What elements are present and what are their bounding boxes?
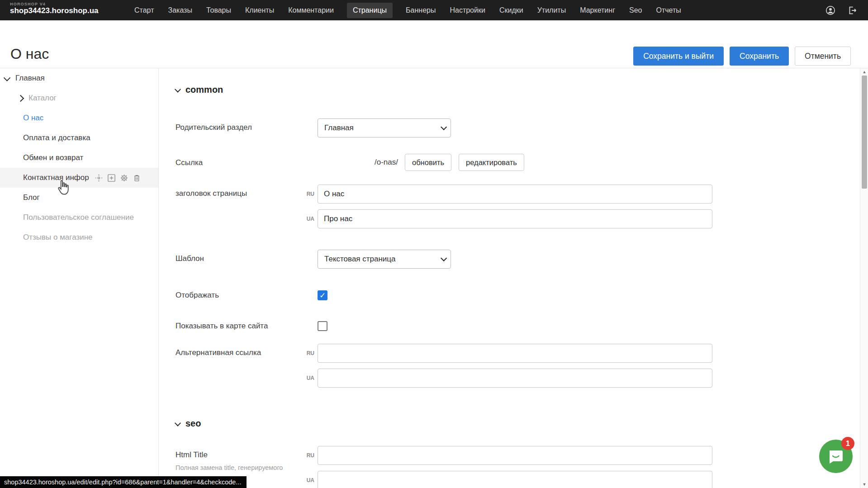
chevron-down-icon <box>4 74 11 81</box>
vertical-scrollbar[interactable]: ▲ ▼ <box>860 68 868 488</box>
section-seo[interactable]: seo <box>175 418 860 429</box>
spacer <box>175 269 860 290</box>
save-button[interactable]: Сохранить <box>730 47 789 66</box>
logout-icon[interactable] <box>847 5 857 15</box>
tree-item-actions <box>95 174 141 182</box>
sidebar-item-label: Каталог <box>28 94 57 103</box>
chat-widget: 1 <box>819 440 853 473</box>
menu-item-comments[interactable]: Комментарии <box>287 3 335 18</box>
menu-item-reports[interactable]: Отчеты <box>655 3 682 18</box>
link-path-value: /o-nas/ <box>375 158 398 167</box>
edit-link-button[interactable]: редактировать <box>459 154 524 171</box>
sitemap-row: Показывать в карте сайта <box>175 321 860 331</box>
account-icon[interactable] <box>825 5 835 15</box>
menu-item-discounts[interactable]: Скидки <box>498 3 524 18</box>
link-row: Ссылка /o-nas/ обновить редактировать <box>175 154 860 171</box>
parent-section-value: Главная <box>324 123 354 133</box>
add-icon[interactable] <box>107 174 116 182</box>
menu-item-orders[interactable]: Заказы <box>167 3 193 18</box>
shop-logo[interactable]: HOROSHOP V4 shop34423.horoshop.ua <box>10 2 99 15</box>
display-checkbox[interactable]: ✓ <box>318 290 327 300</box>
lang-ua-badge: UA <box>303 477 314 483</box>
display-label: Отображать <box>175 290 318 300</box>
menu-item-banners[interactable]: Баннеры <box>405 3 436 18</box>
display-row: Отображать ✓ <box>175 290 860 300</box>
template-value: Текстовая страница <box>324 255 396 264</box>
sidebar-item-label: Пользовательское соглашение <box>23 213 134 222</box>
sidebar-item-otzyvy[interactable]: Отзывы о магазине <box>0 227 158 247</box>
chevron-down-icon <box>441 124 447 130</box>
parent-section-label: Родительский раздел <box>175 118 318 132</box>
section-title: seo <box>185 418 201 429</box>
sidebar-item-obmen[interactable]: Обмен и возврат <box>0 148 158 168</box>
spacer <box>175 137 860 154</box>
sidebar-item-kontaktnaya[interactable]: Контактная инфор <box>0 168 158 188</box>
header-actions: Сохранить и выйти Сохранить Отменить <box>633 47 851 66</box>
page-title-ua-input[interactable] <box>318 209 712 228</box>
refresh-link-button[interactable]: обновить <box>405 154 451 171</box>
page-title-row: заголовок страницы RU UA <box>175 185 860 228</box>
sidebar-item-label: Контактная инфор <box>23 173 89 182</box>
sidebar-item-label: Блог <box>23 193 40 202</box>
main-menu: Старт Заказы Товары Клиенты Комментарии … <box>133 0 682 20</box>
menu-item-utilities[interactable]: Утилиты <box>536 3 567 18</box>
settings-icon[interactable] <box>120 174 128 182</box>
template-row: Шаблон Текстовая страница <box>175 250 860 269</box>
menu-item-clients[interactable]: Клиенты <box>244 3 275 18</box>
sidebar-item-label: Отзывы о магазине <box>23 233 93 242</box>
delete-icon[interactable] <box>133 174 141 182</box>
move-icon[interactable] <box>95 174 103 182</box>
section-title: common <box>185 85 223 95</box>
sidebar-item-soglashenie[interactable]: Пользовательское соглашение <box>0 208 158 227</box>
sitemap-label: Показывать в карте сайта <box>175 321 318 331</box>
scroll-up-arrow-icon[interactable]: ▲ <box>860 70 868 74</box>
top-navigation-bar: HOROSHOP V4 shop34423.horoshop.ua Старт … <box>0 0 868 20</box>
menu-item-start[interactable]: Старт <box>133 3 155 18</box>
html-title-ua-input[interactable] <box>318 471 712 488</box>
alt-link-ua-input[interactable] <box>318 369 712 388</box>
sidebar-item-glavnaya[interactable]: Главная <box>0 68 158 88</box>
lang-ua-badge: UA <box>303 216 314 222</box>
page-title: О нас <box>10 46 49 62</box>
lang-ru-badge: RU <box>303 452 314 459</box>
html-title-row: Html Title Полная замена title, генериру… <box>175 446 860 488</box>
sidebar-item-blog[interactable]: Блог <box>0 188 158 208</box>
page-title-ru-input[interactable] <box>318 185 712 204</box>
content-area: Главная Каталог О нас Оплата и доставка … <box>0 68 868 488</box>
shop-domain-label: shop34423.horoshop.ua <box>10 6 99 15</box>
template-select[interactable]: Текстовая страница <box>318 250 451 269</box>
sidebar-item-label: Главная <box>15 74 45 83</box>
menu-item-pages[interactable]: Страницы <box>347 3 393 18</box>
section-common[interactable]: common <box>175 85 860 95</box>
sidebar-item-label: Обмен и возврат <box>23 153 83 162</box>
chevron-down-icon <box>175 420 181 426</box>
sidebar-item-o-nas[interactable]: О нас <box>0 108 158 128</box>
lang-ru-badge: RU <box>303 191 314 197</box>
alt-link-ru-input[interactable] <box>318 344 712 363</box>
sidebar-item-katalog[interactable]: Каталог <box>0 88 158 108</box>
html-title-label: Html Title <box>175 450 208 459</box>
topbar-icons <box>825 0 857 20</box>
parent-section-row: Родительский раздел Главная <box>175 118 860 137</box>
spacer <box>175 300 860 321</box>
lang-ru-badge: RU <box>303 350 314 356</box>
html-title-ru-input[interactable] <box>318 446 712 465</box>
scrollbar-thumb[interactable] <box>862 76 867 189</box>
spacer <box>175 171 860 185</box>
page-title-label: заголовок страницы <box>175 185 303 198</box>
link-preview-statusbar: shop34423.horoshop.ua/edit/edit.php?id=6… <box>0 476 247 488</box>
menu-item-products[interactable]: Товары <box>205 3 232 18</box>
save-and-exit-button[interactable]: Сохранить и выйти <box>633 47 724 66</box>
template-label: Шаблон <box>175 250 318 263</box>
sitemap-checkbox[interactable] <box>318 321 327 331</box>
page-header: О нас Сохранить и выйти Сохранить Отмени… <box>0 20 868 68</box>
menu-item-settings[interactable]: Настройки <box>449 3 486 18</box>
cancel-button[interactable]: Отменить <box>795 47 851 66</box>
parent-section-select[interactable]: Главная <box>318 118 451 137</box>
sidebar-item-oplata[interactable]: Оплата и доставка <box>0 128 158 148</box>
logo-version-label: HOROSHOP V4 <box>10 2 99 6</box>
menu-item-marketing[interactable]: Маркетинг <box>579 3 616 18</box>
scroll-down-arrow-icon[interactable]: ▼ <box>860 482 868 487</box>
chat-unread-badge: 1 <box>841 437 854 450</box>
menu-item-seo[interactable]: Seo <box>628 3 643 18</box>
